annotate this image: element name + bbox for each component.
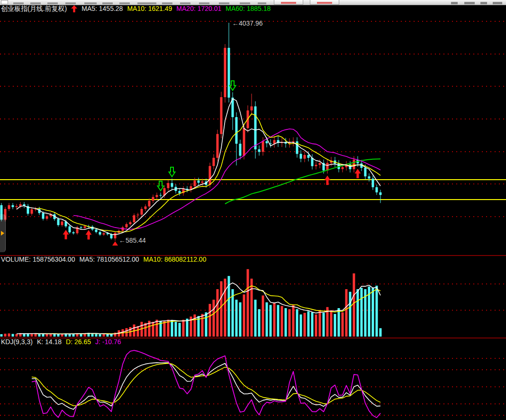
up-arrow-icon <box>71 5 77 12</box>
volume-panel-header: VOLUME: 158756304.00 MA5: 781056512.00 M… <box>1 256 206 263</box>
volume-ma5-value: MA5: 781056512.00 <box>79 256 139 263</box>
expand-arrow-icon <box>1 231 4 236</box>
volume-value: VOLUME: 158756304.00 <box>1 256 75 263</box>
chart-canvas[interactable] <box>0 0 506 420</box>
ma10-value: MA10: 1621.49 <box>127 5 172 12</box>
symbol-title: 创业板指(月线.前复权) <box>1 5 67 12</box>
sidebar-expand-tab[interactable] <box>0 214 6 252</box>
kdj-j-value: J: -10.76 <box>95 338 121 346</box>
ma5-value: MA5: 1455.28 <box>81 5 123 12</box>
ma60-value: MA60: 1885.18 <box>226 5 271 12</box>
ma20-value: MA20: 1720.01 <box>176 5 221 12</box>
kdj-k-value: K: 14.18 <box>37 338 62 346</box>
kdj-panel-header: KDJ(9,3,3) K: 14.18 D: 26.65 J: -10.76 <box>1 338 121 346</box>
kdj-title: KDJ(9,3,3) <box>1 338 33 346</box>
volume-ma10-value: MA10: 868082112.00 <box>144 256 207 263</box>
price-panel-header: 创业板指(月线.前复权) MA5: 1455.28 MA10: 1621.49 … <box>1 5 271 12</box>
high-price-annotation: ←4037.96 <box>232 19 263 27</box>
low-price-annotation: ←585.44 <box>119 237 146 244</box>
trading-app-window: 创业板指(月线.前复权) MA5: 1455.28 MA10: 1621.49 … <box>0 0 506 420</box>
kdj-d-value: D: 26.65 <box>66 338 91 346</box>
